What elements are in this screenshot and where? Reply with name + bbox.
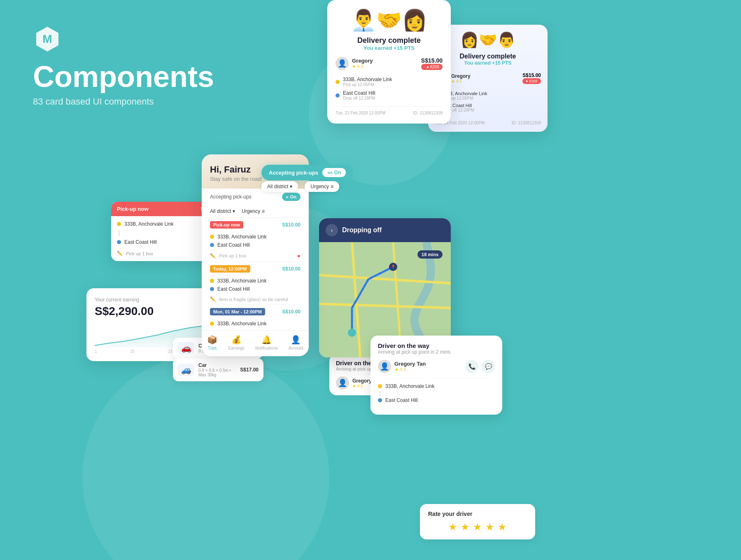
driver-info-row: 👤 Gregory ★ 4.5 S$15.00 ● 8268 <box>336 57 443 70</box>
nav-trips[interactable]: 📦 Trips <box>207 335 217 350</box>
floating-filters: All district ▾ Urgency ≡ <box>261 181 339 192</box>
svg-text:M: M <box>42 33 52 45</box>
urgency-text: Urgency <box>310 184 329 189</box>
to-details: East Coast Hill Drop off 12:28PM <box>343 90 375 100</box>
chevron-down-icon: ▾ <box>233 208 235 214</box>
star-4[interactable]: ★ <box>485 521 494 533</box>
brand-section: M Components 83 card based UI components <box>33 25 214 107</box>
driver-name: Gregory <box>352 58 373 64</box>
order-2-to: East Coast Hill <box>210 285 301 293</box>
alert-dot: ● <box>297 252 301 259</box>
star-2[interactable]: ★ <box>461 521 470 533</box>
message-button[interactable]: 💬 <box>482 360 495 373</box>
delivery-illustration: 👨‍💼🤝👩 <box>336 8 443 32</box>
district-filter[interactable]: All district ▾ <box>210 208 235 214</box>
toggle-button[interactable]: « On <box>282 193 301 201</box>
map-title: Dropping off <box>342 226 382 234</box>
car-icon-2: 🚙 <box>178 364 194 376</box>
driver-info: 👤 Gregory ★ 4.5 <box>336 57 373 70</box>
filter-row: All district ▾ Urgency ≡ <box>202 205 309 218</box>
district-text: All district <box>267 184 288 189</box>
order-1-routes: 333B, Anchorvale Link East Coast Hill <box>202 231 309 252</box>
order-1-to: East Coast Hill <box>210 241 301 249</box>
car-icon: 🚗 <box>178 342 194 354</box>
urgency-filter[interactable]: Urgency ≡ <box>242 208 265 214</box>
driver-way-name: Gregory Tan <box>394 361 426 367</box>
star-1[interactable]: ★ <box>448 521 457 533</box>
from-dot <box>210 279 214 283</box>
from-dot <box>336 80 340 84</box>
order-list: Pick-up now S$10.00 333B, Anchorvale Lin… <box>202 218 309 330</box>
account-icon: 👤 <box>291 335 301 345</box>
from-dot <box>378 384 382 388</box>
nav-earnings[interactable]: 💰 Earnings <box>228 335 244 350</box>
price-2: S$15.00 <box>522 72 541 78</box>
filter-lines-icon: ≡ <box>331 184 333 189</box>
delivery-subtitle: You earned +15 PTS <box>336 45 443 51</box>
nav-notifications[interactable]: 🔔 Notifications <box>255 335 277 350</box>
accepting-label: Accepting pick-ups <box>210 194 252 200</box>
logo-icon: M <box>33 25 62 54</box>
order-2-header: Today, 12:00PM S$10.00 <box>202 262 309 275</box>
nav-account[interactable]: 👤 Account <box>289 335 303 350</box>
car-name-2: Car <box>198 362 236 368</box>
order-2-routes: 333B, Anchorvale Link East Coast Hill <box>202 275 309 296</box>
delivery-card-1: 👨‍💼🤝👩 Delivery complete You earned +15 P… <box>327 0 451 124</box>
accepting-text: Accepting pick-ups <box>269 170 318 176</box>
rate-title: Rate your driver <box>428 511 527 517</box>
star-5[interactable]: ★ <box>498 521 507 533</box>
svg-text:📍: 📍 <box>391 264 396 270</box>
trips-icon: 📦 <box>207 335 217 345</box>
order-1-badge: Pick-up now <box>210 221 243 229</box>
driver-avatar-way: 👤 <box>378 360 391 373</box>
driver-way-title: Driver on the way <box>378 342 495 349</box>
order-1-price: S$10.00 <box>282 222 301 228</box>
driver-name-2: Gregory <box>451 73 471 79</box>
to-dot <box>378 398 382 402</box>
earnings-label: Your current earning <box>95 297 139 303</box>
order-3-routes: 333B, Anchorvale Link <box>202 318 309 330</box>
eta-badge: 18 mins <box>417 250 443 259</box>
driver-way-rating: ★ 4.5 <box>394 367 426 372</box>
earnings-amount: S$2,290.00 <box>95 305 210 318</box>
order-2-note: ✏️Item is fragile (glass) so be careful <box>202 296 309 304</box>
svg-point-7 <box>348 329 356 337</box>
district-pill[interactable]: All district ▾ <box>261 181 298 192</box>
car-item-2[interactable]: 🚙 Car 0.8 × 0.6 × 0.5m • Max 30kg S$17.0… <box>173 358 263 381</box>
order-3-price: S$10.00 <box>282 309 301 315</box>
order-2-from: 333B, Anchorvale Link <box>210 277 301 285</box>
page-subtitle: 83 card based UI components <box>33 96 214 107</box>
star-3[interactable]: ★ <box>473 521 482 533</box>
urgency-pill[interactable]: Urgency ≡ <box>305 181 339 192</box>
accepting-toggle[interactable]: «« On <box>322 168 346 177</box>
order-1-header: Pick-up now S$10.00 <box>202 218 309 231</box>
contact-icons: 📞 💬 <box>465 360 495 373</box>
delivery-footer: Tue, 23 Feb 2020 12:00PM ID: 2130812309 <box>336 106 443 115</box>
delivery-from: 333B, Anchorvale Link Pick up 12:05PM <box>336 75 443 89</box>
order-3-header: Mon, 01 Mar - 12:00PM S$10.00 <box>202 305 309 318</box>
back-button[interactable]: ‹ <box>326 224 338 236</box>
order-3-badge: Mon, 01 Mar - 12:00PM <box>210 308 265 315</box>
route-connector <box>119 230 119 236</box>
earnings-header: Your current earning ∨ <box>95 296 210 303</box>
driver-avatar-bottom: 👤 <box>336 376 349 390</box>
driver-rating: ★ 4.5 <box>352 64 373 69</box>
driver-details-2: Gregory ★ 4.5 <box>451 73 471 84</box>
driver-rating-2: ★ 4.5 <box>451 79 471 84</box>
chevron-icon: ▾ <box>290 184 292 189</box>
map-header: ‹ Dropping off <box>319 218 451 242</box>
notifications-label: Notifications <box>255 346 277 350</box>
driver-way-row: 👤 Gregory Tan ★ 4.5 📞 💬 <box>378 360 495 373</box>
from-dot <box>117 222 121 226</box>
order-id-badge: ● 8268 <box>421 64 443 70</box>
phone-button[interactable]: 📞 <box>465 360 478 373</box>
from-dot <box>210 322 214 326</box>
to-dot <box>336 93 340 98</box>
earnings-nav-label: Earnings <box>228 346 244 350</box>
car-info-2: Car 0.8 × 0.6 × 0.5m • Max 30kg <box>198 362 236 377</box>
driver-info-way: 👤 Gregory Tan ★ 4.5 <box>378 360 426 373</box>
bg-decoration-1 <box>82 354 329 560</box>
from-details: 333B, Anchorvale Link Pick up 12:05PM <box>343 77 392 87</box>
bottom-nav: 📦 Trips 💰 Earnings 🔔 Notifications 👤 Acc… <box>202 330 309 356</box>
route-line <box>380 391 380 396</box>
